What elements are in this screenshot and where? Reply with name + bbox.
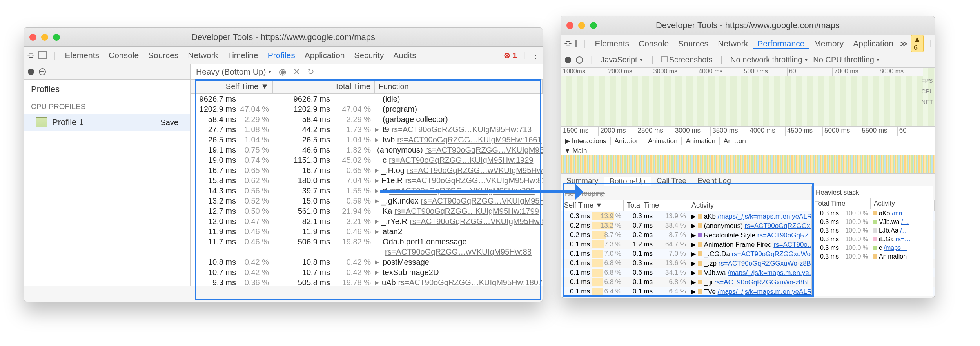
view-mode-dropdown[interactable]: Heavy (Bottom Up): [196, 67, 272, 76]
highlight-box: [195, 79, 541, 300]
source-link[interactable]: /maps…: [884, 244, 907, 251]
category-swatch: [873, 246, 877, 250]
stack-row[interactable]: 0.3 ms100.0 % VJb.wa /…: [812, 218, 933, 226]
detail-ruler: 1500 ms2000 ms2500 ms3000 ms3500 ms4000 …: [561, 127, 935, 136]
panel-toolbar: Heavy (Bottom Up) ◉ ✕ ↻: [191, 64, 543, 80]
screenshots-checkbox[interactable]: Screenshots: [661, 55, 713, 64]
track-segment[interactable]: Animation: [682, 137, 720, 145]
migration-arrow: [380, 190, 580, 193]
refresh-icon[interactable]: ↻: [307, 67, 314, 76]
tab-profiles[interactable]: Profiles: [263, 51, 300, 60]
network-throttle-dropdown[interactable]: No network throttling: [730, 55, 808, 64]
tab-network[interactable]: Network: [713, 39, 753, 48]
tab-application[interactable]: Application: [848, 39, 898, 48]
category-dropdown[interactable]: JavaScript: [601, 55, 643, 64]
perf-toolbar: | JavaScript | Screenshots | No network …: [561, 52, 935, 68]
device-mode-icon[interactable]: [38, 51, 47, 59]
tab-application[interactable]: Application: [300, 51, 350, 60]
window-title: Developer Tools - https://www.google.com…: [24, 32, 543, 42]
source-link[interactable]: /…: [900, 227, 908, 234]
stack-heading: Heaviest stack: [812, 186, 933, 198]
tab-audits[interactable]: Audits: [388, 51, 421, 60]
profile-icon: [36, 117, 47, 127]
tab-sources[interactable]: Sources: [673, 39, 713, 48]
profiles-sidebar: Profiles CPU PROFILES Profile 1 Save: [24, 64, 191, 286]
profile-label: Profile 1: [52, 117, 84, 127]
cpu-label: CPU: [921, 88, 934, 95]
tab-elements[interactable]: Elements: [60, 51, 104, 60]
inspect-icon[interactable]: ⯐: [564, 39, 572, 48]
device-mode-icon[interactable]: [575, 40, 577, 47]
window-title: Developer Tools - https://www.google.com…: [561, 20, 935, 31]
tab-network[interactable]: Network: [183, 51, 223, 60]
main-track-label[interactable]: ▼ Main: [561, 146, 935, 155]
net-label: NET: [921, 98, 934, 105]
stack-row[interactable]: 0.3 ms100.0 % c /maps…: [812, 244, 933, 252]
stack-row[interactable]: 0.3 ms100.0 % Animation: [812, 252, 933, 261]
warning-badge[interactable]: ▲ 6: [911, 35, 924, 52]
category-swatch: [873, 220, 877, 224]
close-icon[interactable]: ✕: [293, 67, 300, 76]
record-icon[interactable]: [28, 69, 34, 75]
source-link[interactable]: /ma…: [892, 210, 909, 217]
tab-sources[interactable]: Sources: [143, 51, 183, 60]
flame-chart[interactable]: 1500 ms2000 ms2500 ms3000 ms3500 ms4000 …: [561, 127, 935, 174]
tab-performance[interactable]: Performance: [753, 39, 809, 49]
interactions-track: ▶ InteractionsAni…ionAnimationAnimationA…: [561, 136, 935, 146]
heaviest-stack-panel: Heaviest stack Total Time Activity 0.3 m…: [811, 186, 933, 296]
save-link[interactable]: Save: [160, 118, 178, 127]
tab-security[interactable]: Security: [350, 51, 389, 60]
tab-memory[interactable]: Memory: [809, 39, 848, 48]
category-swatch: [873, 211, 877, 215]
category-swatch: [873, 237, 877, 241]
clear-icon[interactable]: [39, 68, 46, 75]
error-badge[interactable]: ⊗ 1: [504, 51, 517, 60]
profile-item[interactable]: Profile 1 Save: [24, 114, 190, 131]
devtools-tabbar: ⯐ | ElementsConsoleSourcesNetworkTimelin…: [24, 47, 543, 64]
tab-console[interactable]: Console: [104, 51, 143, 60]
flame-bars[interactable]: [561, 155, 935, 173]
devtools-window-old: Developer Tools - https://www.google.com…: [24, 27, 543, 302]
track-segment[interactable]: An…on: [720, 137, 750, 145]
clear-icon[interactable]: [576, 56, 583, 64]
source-link[interactable]: rs=…: [896, 236, 911, 242]
stack-col-total[interactable]: Total Time: [812, 198, 871, 209]
track-segment[interactable]: Animation: [644, 137, 682, 145]
stack-row[interactable]: 0.3 ms100.0 % LJb.Aa /…: [812, 226, 933, 235]
category-swatch: [873, 228, 877, 233]
highlight-box: [563, 183, 814, 297]
more-tabs-icon[interactable]: ≫: [900, 39, 908, 48]
inspect-icon[interactable]: ⯐: [27, 51, 35, 60]
stack-row[interactable]: 0.3 ms100.0 % aKb /ma…: [812, 209, 933, 218]
stack-col-activity[interactable]: Activity: [871, 198, 933, 209]
titlebar[interactable]: Developer Tools - https://www.google.com…: [24, 28, 543, 47]
titlebar[interactable]: Developer Tools - https://www.google.com…: [561, 16, 935, 35]
category-swatch: [873, 254, 877, 259]
stack-row[interactable]: 0.3 ms100.0 % iL.Ga rs=…: [812, 235, 933, 244]
cpu-throttle-dropdown[interactable]: No CPU throttling: [813, 55, 880, 64]
record-icon[interactable]: [565, 57, 571, 63]
source-link[interactable]: /…: [901, 219, 909, 225]
tab-timeline[interactable]: Timeline: [223, 51, 263, 60]
track-segment[interactable]: Ani…ion: [611, 137, 644, 145]
fps-label: FPS: [921, 77, 934, 84]
track-segment[interactable]: ▶ Interactions: [561, 137, 611, 145]
tab-console[interactable]: Console: [634, 39, 673, 48]
timeline-overview[interactable]: 1000ms2000 ms3000 ms4000 ms5000 ms607000…: [561, 68, 935, 127]
overview-ruler: 1000ms2000 ms3000 ms4000 ms5000 ms607000…: [561, 68, 923, 76]
eye-icon[interactable]: ◉: [279, 67, 286, 76]
sidebar-heading: Profiles: [24, 80, 190, 99]
settings-icon[interactable]: ⋮: [532, 51, 539, 60]
devtools-tabbar: ⯐ | ElementsConsoleSourcesNetworkPerform…: [561, 35, 935, 52]
sidebar-subheading: CPU PROFILES: [24, 99, 190, 114]
tab-elements[interactable]: Elements: [590, 39, 634, 48]
